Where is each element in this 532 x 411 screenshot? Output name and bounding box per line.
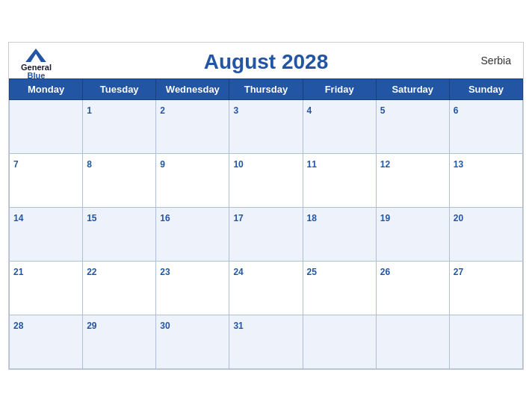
- calendar-cell: 8: [83, 153, 156, 207]
- logo-icon: [25, 49, 46, 62]
- day-number: 18: [307, 213, 317, 223]
- logo-area: General Blue: [21, 49, 52, 80]
- weekday-tuesday: Tuesday: [83, 78, 156, 99]
- day-number: 5: [380, 105, 386, 116]
- calendar-header: General Blue August 2028 Serbia: [9, 43, 523, 78]
- day-number: 14: [13, 213, 23, 223]
- day-number: 16: [160, 213, 170, 223]
- weekday-thursday: Thursday: [229, 78, 303, 99]
- logo-blue: Blue: [28, 72, 46, 80]
- calendar-week-row: 14151617181920: [10, 207, 523, 261]
- day-number: 15: [87, 213, 96, 223]
- calendar-cell: 3: [229, 99, 303, 153]
- calendar-cell: [10, 99, 83, 153]
- calendar-cell: 11: [303, 153, 376, 207]
- day-number: 30: [160, 321, 170, 331]
- calendar-cell: 6: [449, 99, 522, 153]
- calendar-cell: 13: [449, 153, 522, 207]
- calendar-cell: 26: [376, 261, 449, 315]
- calendar-cell: 21: [10, 261, 83, 315]
- calendar-week-row: 78910111213: [10, 153, 523, 207]
- calendar-cell: 5: [376, 99, 449, 153]
- calendar-cell: 29: [83, 315, 156, 368]
- day-number: 11: [307, 159, 317, 170]
- calendar-cell: [449, 315, 522, 368]
- day-number: 26: [380, 267, 390, 277]
- day-number: 19: [380, 213, 390, 223]
- weekday-monday: Monday: [10, 78, 83, 99]
- day-number: 6: [454, 105, 459, 116]
- country-label: Serbia: [481, 55, 511, 67]
- day-number: 27: [454, 267, 463, 277]
- day-number: 13: [454, 159, 463, 170]
- day-number: 28: [13, 321, 23, 331]
- calendar-cell: 4: [303, 99, 376, 153]
- day-number: 3: [233, 105, 238, 116]
- calendar-cell: [376, 315, 449, 368]
- day-number: 17: [233, 213, 243, 223]
- calendar-cell: 2: [156, 99, 229, 153]
- calendar-table: Monday Tuesday Wednesday Thursday Friday…: [9, 78, 523, 369]
- calendar-cell: 20: [449, 207, 522, 261]
- calendar-cell: 10: [229, 153, 303, 207]
- day-number: 12: [380, 159, 390, 170]
- weekday-header-row: Monday Tuesday Wednesday Thursday Friday…: [10, 78, 523, 99]
- day-number: 22: [87, 267, 96, 277]
- calendar-container: General Blue August 2028 Serbia Monday T…: [8, 42, 524, 370]
- calendar-cell: 18: [303, 207, 376, 261]
- calendar-cell: 16: [156, 207, 229, 261]
- day-number: 24: [233, 267, 243, 277]
- day-number: 2: [160, 105, 165, 116]
- day-number: 25: [307, 267, 317, 277]
- calendar-cell: 25: [303, 261, 376, 315]
- calendar-week-row: 21222324252627: [10, 261, 523, 315]
- weekday-sunday: Sunday: [449, 78, 522, 99]
- day-number: 10: [233, 159, 243, 170]
- day-number: 9: [160, 159, 165, 170]
- calendar-cell: 7: [10, 153, 83, 207]
- calendar-cell: 27: [449, 261, 522, 315]
- day-number: 23: [160, 267, 170, 277]
- day-number: 4: [307, 105, 312, 116]
- calendar-cell: 9: [156, 153, 229, 207]
- calendar-cell: 31: [229, 315, 303, 368]
- calendar-cell: 22: [83, 261, 156, 315]
- calendar-cell: 28: [10, 315, 83, 368]
- weekday-friday: Friday: [303, 78, 376, 99]
- calendar-week-row: 28293031: [10, 315, 523, 368]
- calendar-cell: 19: [376, 207, 449, 261]
- calendar-cell: 14: [10, 207, 83, 261]
- day-number: 8: [87, 159, 92, 170]
- weekday-saturday: Saturday: [376, 78, 449, 99]
- calendar-cell: 23: [156, 261, 229, 315]
- calendar-cell: 30: [156, 315, 229, 368]
- logo-general: General: [21, 64, 52, 72]
- page-title: August 2028: [204, 50, 329, 74]
- calendar-week-row: 123456: [10, 99, 523, 153]
- day-number: 31: [233, 321, 243, 331]
- weekday-wednesday: Wednesday: [156, 78, 229, 99]
- day-number: 7: [13, 159, 19, 170]
- day-number: 21: [13, 267, 23, 277]
- calendar-cell: 17: [229, 207, 303, 261]
- calendar-cell: 24: [229, 261, 303, 315]
- day-number: 1: [87, 105, 92, 116]
- day-number: 20: [454, 213, 463, 223]
- calendar-cell: 15: [83, 207, 156, 261]
- calendar-cell: 12: [376, 153, 449, 207]
- day-number: 29: [87, 321, 96, 331]
- calendar-body: 1234567891011121314151617181920212223242…: [10, 99, 523, 368]
- calendar-cell: 1: [83, 99, 156, 153]
- calendar-cell: [303, 315, 376, 368]
